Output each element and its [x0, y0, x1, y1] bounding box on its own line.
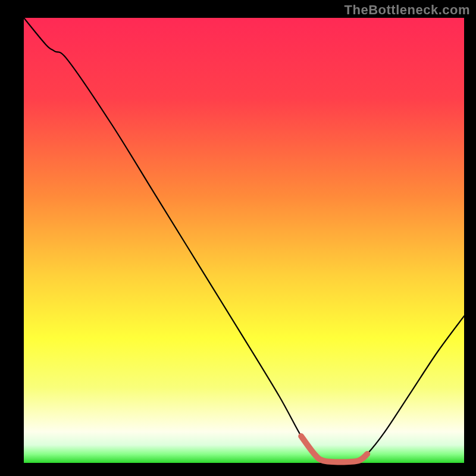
chart-container: TheBottleneck.com [0, 0, 476, 476]
attribution-label: TheBottleneck.com [345, 2, 470, 18]
bottleneck-chart [0, 0, 476, 476]
chart-background [24, 18, 464, 463]
